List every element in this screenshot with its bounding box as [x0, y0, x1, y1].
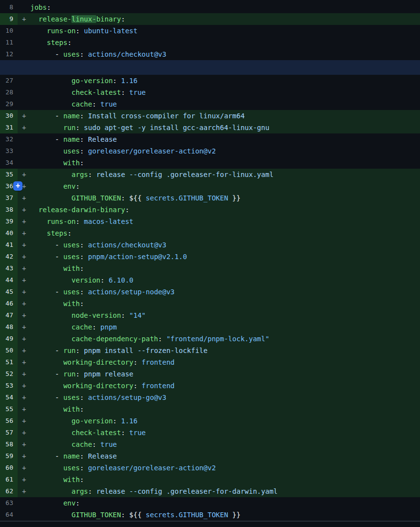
code-line: env: [30, 180, 420, 192]
line-number[interactable]: 53 [0, 380, 18, 392]
code-segment: : [80, 394, 88, 401]
code-segment: name [63, 135, 80, 143]
line-number[interactable]: 38 [0, 204, 18, 216]
line-number[interactable]: 8 [0, 1, 18, 13]
line-number[interactable]: 41 [0, 239, 18, 251]
diff-marker: + [18, 415, 30, 427]
code-segment: uses [63, 464, 80, 472]
line-number[interactable]: 35 [0, 169, 18, 180]
code-line: run: sudo apt-get -y install gcc-aarch64… [30, 122, 420, 133]
diff-marker: + [18, 122, 30, 133]
code-line: args: release --config .goreleaser-for-d… [30, 485, 420, 497]
line-number[interactable]: 51 [0, 356, 18, 368]
code-segment: runs-on [47, 27, 76, 35]
code-segment: : [158, 335, 166, 343]
diff-marker [18, 98, 30, 110]
code-segment: check-latest [71, 429, 121, 437]
code-segment: cache [71, 100, 92, 108]
diff-row: 35 + args: release --config .goreleaser-… [0, 169, 420, 180]
code-segment: - [30, 135, 63, 143]
line-number[interactable]: 39 [0, 216, 18, 227]
line-number[interactable]: 30 [0, 110, 18, 122]
expand-hunk-bar[interactable] [0, 60, 420, 75]
line-number[interactable]: 27 [0, 75, 18, 87]
code-line: uses: goreleaser/goreleaser-action@v2 [30, 462, 420, 474]
code-segment: : [80, 159, 84, 167]
line-number[interactable]: 61 [0, 474, 18, 485]
code-segment: }} [228, 194, 241, 202]
line-number[interactable]: 33 [0, 145, 18, 157]
code-segment: pnpm [100, 323, 117, 331]
diff-row: 47 + node-version: "14" [0, 309, 420, 321]
line-number[interactable]: 28 [0, 87, 18, 98]
diff-row: 32 - name: Release [0, 133, 420, 145]
code-segment: : [80, 476, 84, 483]
code-segment [30, 171, 71, 178]
code-segment: pnpm/action-setup@v2.1.0 [88, 253, 187, 261]
line-number[interactable]: 58 [0, 439, 18, 450]
diff-marker [18, 145, 30, 157]
code-segment: with [63, 264, 80, 272]
code-segment [30, 218, 47, 225]
line-number[interactable]: 59 [0, 450, 18, 462]
code-segment: : [76, 124, 84, 132]
line-number[interactable]: 37 [0, 192, 18, 204]
code-segment: binary [96, 15, 121, 23]
diff-marker: + [18, 333, 30, 345]
code-segment: : [47, 3, 51, 11]
line-number[interactable]: 31 [0, 122, 18, 133]
line-number[interactable]: 63 [0, 497, 18, 509]
code-line: version: 6.10.0 [30, 274, 420, 286]
code-segment [30, 300, 63, 307]
line-number[interactable]: 62 [0, 485, 18, 497]
line-number[interactable]: 52 [0, 368, 18, 380]
code-segment: : [88, 171, 96, 178]
line-number[interactable]: 44 [0, 274, 18, 286]
diff-row: 46 + with: [0, 298, 420, 309]
code-segment: release --config .goreleaser-for-darwin.… [96, 487, 278, 495]
line-number[interactable]: 49 [0, 333, 18, 345]
code-line: args: release --config .goreleaser-for-l… [30, 169, 420, 180]
code-segment [30, 405, 63, 413]
code-segment [30, 159, 63, 167]
code-segment [30, 311, 71, 319]
line-number[interactable]: 50 [0, 345, 18, 356]
line-number[interactable]: 64 [0, 509, 18, 521]
line-number[interactable]: 11 [0, 37, 18, 48]
line-number[interactable]: 29 [0, 98, 18, 110]
line-number[interactable]: 34 [0, 157, 18, 169]
line-number[interactable]: 45 [0, 286, 18, 298]
code-segment: 1.16 [121, 417, 137, 425]
line-number[interactable]: 54 [0, 392, 18, 403]
line-number[interactable]: 55 [0, 403, 18, 415]
line-number[interactable]: 46 [0, 298, 18, 309]
line-number[interactable]: 60 [0, 462, 18, 474]
line-number[interactable]: 10 [0, 25, 18, 37]
code-line: cache: true [30, 98, 420, 110]
line-number[interactable]: 56 [0, 415, 18, 427]
code-segment: : [92, 440, 100, 448]
line-number[interactable]: 42 [0, 251, 18, 263]
code-segment: frontend [142, 382, 175, 390]
file-bottom-border [0, 521, 420, 527]
diff-marker [18, 75, 30, 87]
code-segment: : [113, 417, 121, 425]
line-number[interactable]: 48 [0, 321, 18, 333]
code-segment: name [63, 112, 80, 120]
diff-marker: + [18, 204, 30, 216]
line-number[interactable]: 47 [0, 309, 18, 321]
code-segment: uses [63, 253, 80, 261]
code-segment [30, 39, 47, 46]
code-segment: - [30, 394, 63, 401]
line-number[interactable]: 43 [0, 263, 18, 274]
line-number[interactable]: 9 [0, 13, 18, 25]
code-line: - name: Release [30, 133, 420, 145]
code-segment [30, 511, 71, 519]
add-comment-button[interactable]: + [13, 181, 22, 191]
line-number[interactable]: 32 [0, 133, 18, 145]
line-number[interactable]: 40 [0, 227, 18, 239]
line-number[interactable]: 12 [0, 48, 18, 60]
code-line: release-darwin-binary: [30, 204, 420, 216]
diff-row: 50 + - run: pnpm install --frozen-lockfi… [0, 345, 420, 356]
line-number[interactable]: 57 [0, 427, 18, 439]
